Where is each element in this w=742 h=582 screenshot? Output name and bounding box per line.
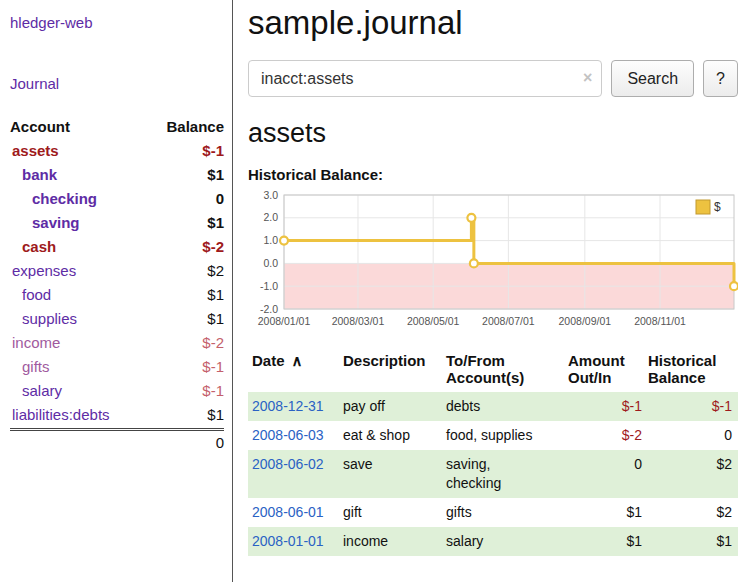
register-row: 2008-01-01 income salary $1 $1 <box>248 527 738 556</box>
account-row: gifts $-1 <box>10 355 224 379</box>
account-row: liabilities:debts $1 <box>10 403 224 427</box>
transaction-description: save <box>343 450 446 498</box>
account-balance-expenses: $2 <box>207 259 224 283</box>
transaction-description: gift <box>343 498 446 527</box>
account-balance-food: $1 <box>207 283 224 307</box>
transaction-balance: 0 <box>648 421 738 450</box>
account-balance-salary: $-1 <box>202 379 224 403</box>
account-column-header: Account <box>10 118 70 135</box>
total-balance: 0 <box>216 434 224 451</box>
account-row: income $-2 <box>10 331 224 355</box>
account-heading: assets <box>248 118 738 149</box>
account-link-salary[interactable]: salary <box>10 379 62 403</box>
clear-search-icon[interactable]: × <box>583 69 592 87</box>
transaction-accounts: debts <box>446 392 568 421</box>
search-input[interactable] <box>248 60 602 97</box>
account-link-income[interactable]: income <box>10 331 60 355</box>
svg-text:-2.0: -2.0 <box>260 303 278 315</box>
transaction-date-link[interactable]: 2008-06-03 <box>252 427 324 443</box>
transaction-balance: $2 <box>648 450 738 498</box>
account-link-cash[interactable]: cash <box>10 235 56 259</box>
account-row: salary $-1 <box>10 379 224 403</box>
account-row: assets $-1 <box>10 139 224 163</box>
transaction-amount: $1 <box>568 498 648 527</box>
svg-text:2008/05/01: 2008/05/01 <box>407 315 460 327</box>
sidebar-item-journal[interactable]: Journal <box>10 75 224 92</box>
transaction-amount: 0 <box>568 450 648 498</box>
account-row: food $1 <box>10 283 224 307</box>
transaction-description: pay off <box>343 392 446 421</box>
account-row: saving $1 <box>10 211 224 235</box>
main-content: sample.journal × Search ? assets Histori… <box>248 0 738 556</box>
svg-text:2008/07/01: 2008/07/01 <box>482 315 535 327</box>
register-row: 2008-06-03 eat & shop food, supplies $-2… <box>248 421 738 450</box>
accounts-table: Account Balance assets $-1 bank $1 check… <box>10 118 224 455</box>
svg-text:2008/03/01: 2008/03/01 <box>332 315 385 327</box>
transaction-amount: $-1 <box>568 392 648 421</box>
accounts-table-header: Account Balance <box>10 118 224 139</box>
search-bar: × Search ? <box>248 60 738 97</box>
accounts-total-row: 0 <box>10 428 224 455</box>
account-link-supplies[interactable]: supplies <box>10 307 77 331</box>
account-link-gifts[interactable]: gifts <box>10 355 50 379</box>
register-row: 2008-06-01 gift gifts $1 $2 <box>248 498 738 527</box>
account-balance-income: $-2 <box>202 331 224 355</box>
transaction-accounts: food, supplies <box>446 421 568 450</box>
register-row: 2008-12-31 pay off debts $-1 $-1 <box>248 392 738 421</box>
svg-text:1.0: 1.0 <box>263 234 278 246</box>
sort-ascending-icon: ∧ <box>292 352 303 369</box>
register-table: Date∧ Description To/From Account(s) Amo… <box>248 350 738 556</box>
transaction-amount: $-2 <box>568 421 648 450</box>
account-link-assets[interactable]: assets <box>10 139 59 163</box>
account-balance-gifts: $-1 <box>202 355 224 379</box>
app-title-link[interactable]: hledger-web <box>10 14 224 31</box>
column-header-amount: Amount Out/In <box>568 350 648 392</box>
transaction-date-link[interactable]: 2008-12-31 <box>252 398 324 414</box>
account-row: expenses $2 <box>10 259 224 283</box>
account-balance-supplies: $1 <box>207 307 224 331</box>
account-balance-assets: $-1 <box>202 139 224 163</box>
svg-text:2008/01/01: 2008/01/01 <box>258 315 311 327</box>
column-header-date[interactable]: Date∧ <box>248 350 343 392</box>
account-link-food[interactable]: food <box>10 283 51 307</box>
svg-text:2008/11/01: 2008/11/01 <box>634 315 686 327</box>
svg-text:2.0: 2.0 <box>263 211 278 223</box>
transaction-balance: $2 <box>648 498 738 527</box>
register-header-row: Date∧ Description To/From Account(s) Amo… <box>248 350 738 392</box>
help-button[interactable]: ? <box>703 60 738 97</box>
page-title: sample.journal <box>248 4 738 42</box>
account-balance-checking: 0 <box>216 187 224 211</box>
historical-balance-chart: 2008/01/012008/03/012008/05/012008/07/01… <box>248 189 738 341</box>
account-link-checking[interactable]: checking <box>10 187 97 211</box>
transaction-date-link[interactable]: 2008-06-02 <box>252 456 324 472</box>
transaction-description: eat & shop <box>343 421 446 450</box>
svg-text:$: $ <box>714 200 721 214</box>
transaction-accounts: gifts <box>446 498 568 527</box>
svg-text:-1.0: -1.0 <box>260 280 278 292</box>
transaction-description: income <box>343 527 446 556</box>
account-link-expenses[interactable]: expenses <box>10 259 76 283</box>
account-balance-bank: $1 <box>207 163 224 187</box>
balance-column-header: Balance <box>166 118 224 135</box>
transaction-accounts: salary <box>446 527 568 556</box>
account-balance-saving: $1 <box>207 211 224 235</box>
column-header-accounts: To/From Account(s) <box>446 350 568 392</box>
account-balance-cash: $-2 <box>202 235 224 259</box>
svg-text:0.0: 0.0 <box>263 257 278 269</box>
svg-text:2008/09/01: 2008/09/01 <box>559 315 612 327</box>
account-link-liabilities-debts[interactable]: liabilities:debts <box>10 403 110 427</box>
account-row: checking 0 <box>10 187 224 211</box>
transaction-date-link[interactable]: 2008-01-01 <box>252 533 324 549</box>
transaction-accounts: saving, checking <box>446 450 568 498</box>
transaction-balance: $1 <box>648 527 738 556</box>
date-header-label: Date <box>252 352 285 369</box>
search-button[interactable]: Search <box>611 60 694 97</box>
svg-text:3.0: 3.0 <box>263 189 278 201</box>
account-balance-liabilities-debts: $1 <box>207 403 224 427</box>
account-row: supplies $1 <box>10 307 224 331</box>
account-link-saving[interactable]: saving <box>10 211 80 235</box>
account-row: bank $1 <box>10 163 224 187</box>
account-link-bank[interactable]: bank <box>10 163 57 187</box>
account-row: cash $-2 <box>10 235 224 259</box>
transaction-date-link[interactable]: 2008-06-01 <box>252 504 324 520</box>
